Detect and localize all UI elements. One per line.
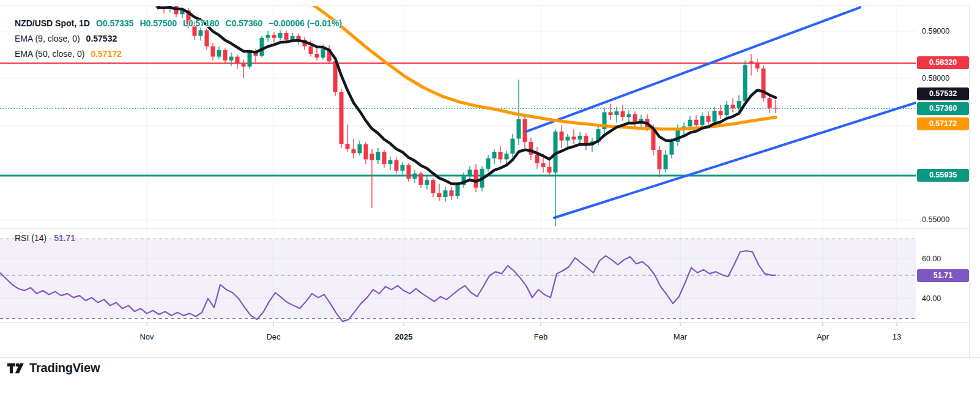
candle[interactable]	[340, 89, 344, 148]
candle-body	[755, 63, 760, 69]
candle[interactable]	[413, 169, 417, 183]
candle[interactable]	[364, 142, 368, 164]
ema50-line[interactable]	[313, 5, 776, 129]
candle[interactable]	[346, 124, 350, 152]
time-tick-label: Feb	[534, 332, 548, 341]
candle[interactable]	[352, 139, 356, 158]
candle[interactable]	[621, 105, 625, 121]
candle[interactable]	[376, 148, 380, 164]
candle-body	[688, 120, 692, 127]
tradingview-attribution[interactable]: TradingView	[7, 361, 100, 375]
candle-body	[492, 152, 497, 158]
candle-body	[474, 169, 478, 187]
candle[interactable]	[707, 111, 711, 125]
time-tick-label: Nov	[139, 332, 154, 341]
candle-body	[419, 174, 423, 185]
candle-body	[609, 112, 613, 115]
candle-body	[511, 139, 515, 154]
candle[interactable]	[664, 150, 668, 173]
candle-body	[535, 155, 540, 163]
candle[interactable]	[358, 141, 362, 156]
candle[interactable]	[615, 106, 619, 122]
ema50-label[interactable]: EMA (50, close, 0)	[15, 49, 84, 59]
resistance-level-badge: 0.58320	[917, 56, 969, 69]
candle-body	[352, 149, 356, 154]
candle-body	[346, 144, 350, 149]
rsi-pane[interactable]	[0, 239, 916, 322]
candle[interactable]	[694, 115, 699, 128]
candle-body	[505, 154, 509, 159]
candle[interactable]	[437, 184, 442, 201]
candle-body	[560, 132, 564, 141]
candle[interactable]	[242, 59, 246, 78]
candle-body	[407, 165, 411, 179]
candle[interactable]	[584, 133, 588, 150]
candle[interactable]	[407, 163, 411, 182]
rsi-band	[0, 239, 916, 319]
candle[interactable]	[370, 149, 374, 208]
candle[interactable]	[560, 125, 564, 148]
price-change: −0.00006 (−0.01%)	[269, 18, 342, 28]
rsi-label[interactable]: RSI (14)	[15, 233, 46, 243]
candle[interactable]	[603, 108, 607, 133]
candle[interactable]	[388, 157, 393, 170]
candle-body	[456, 185, 460, 196]
candle[interactable]	[731, 98, 735, 112]
candle[interactable]	[554, 129, 558, 226]
candle[interactable]	[774, 100, 778, 113]
candle-body	[700, 116, 705, 125]
trend-channel-upper[interactable]	[526, 7, 860, 132]
candle[interactable]	[749, 54, 754, 75]
candle[interactable]	[419, 171, 423, 187]
candle[interactable]	[450, 187, 454, 200]
candle[interactable]	[633, 111, 637, 127]
candle-body	[468, 169, 472, 176]
candle-body	[713, 111, 717, 122]
candle-body	[382, 152, 387, 164]
price-axis[interactable]: 0.590000.580000.5500060.0040.000.583200.…	[916, 0, 980, 357]
rsi-legend: RSI (14) 51.71	[15, 233, 75, 243]
candle-body	[370, 154, 374, 160]
candle[interactable]	[762, 65, 766, 102]
candle-body	[731, 105, 735, 108]
candle[interactable]	[572, 129, 576, 144]
candle[interactable]	[486, 155, 491, 172]
candle[interactable]	[395, 157, 399, 173]
candle[interactable]	[719, 105, 723, 119]
ohlc-close: C0.57360	[225, 18, 262, 28]
candle[interactable]	[511, 134, 515, 157]
candle[interactable]	[743, 61, 748, 104]
candle[interactable]	[474, 164, 478, 192]
candle[interactable]	[517, 80, 521, 145]
ema9-label[interactable]: EMA (9, close, 0)	[15, 34, 80, 43]
price-tick-label: 0.55000	[922, 215, 949, 225]
candle-body	[401, 165, 405, 171]
candle[interactable]	[700, 112, 705, 127]
candle-body	[517, 119, 521, 139]
legend-row-symbol: NZD/USD Spot, 1D O0.57335 H0.57500 L0.57…	[15, 15, 342, 31]
trend-channel-lower[interactable]	[554, 103, 916, 218]
price-tick-label: 0.58000	[922, 73, 949, 83]
candle[interactable]	[609, 104, 613, 120]
last-price-badge: 0.57360	[917, 102, 969, 115]
candle[interactable]	[548, 160, 552, 176]
candle[interactable]	[492, 149, 497, 165]
candle-body	[572, 136, 576, 139]
candle[interactable]	[425, 176, 429, 190]
candle[interactable]	[535, 147, 540, 168]
candle-body	[749, 61, 754, 62]
candle[interactable]	[444, 187, 448, 202]
candle[interactable]	[725, 101, 729, 118]
candle-body	[425, 180, 429, 185]
candle[interactable]	[431, 178, 436, 197]
symbol-title[interactable]: NZD/USD Spot, 1D	[15, 18, 90, 28]
candle[interactable]	[755, 59, 760, 72]
candle-body	[578, 136, 582, 139]
time-axis[interactable]: NovDec2025FebMarApr13	[0, 322, 916, 352]
candle[interactable]	[499, 146, 503, 163]
candle-body	[437, 193, 442, 197]
candle[interactable]	[468, 166, 472, 180]
candle[interactable]	[382, 150, 387, 168]
candle[interactable]	[529, 138, 533, 160]
candle-body	[388, 160, 393, 164]
